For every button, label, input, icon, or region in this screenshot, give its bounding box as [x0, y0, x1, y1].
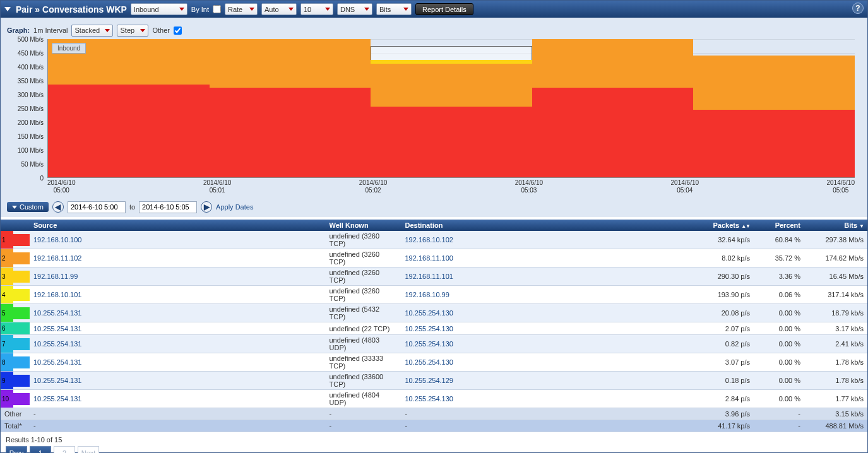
col-destination[interactable]: Destination: [401, 220, 698, 231]
color-swatch: [13, 353, 30, 372]
cell-destination[interactable]: 192.168.11.100: [401, 249, 698, 268]
count-select[interactable]: 10: [300, 3, 333, 15]
cell-wellknown: undefined (4804 UDP): [326, 390, 401, 408]
cell-source[interactable]: 192.168.11.102: [30, 249, 326, 268]
chevron-down-icon: [12, 206, 17, 209]
pager-next-button[interactable]: Next: [78, 446, 99, 453]
cell-source[interactable]: 192.168.10.100: [30, 231, 326, 249]
row-index: 7: [1, 335, 13, 353]
cell-wellknown: undefined (33333 TCP): [326, 353, 401, 372]
other-checkbox[interactable]: [174, 26, 182, 35]
cell-source[interactable]: 10.255.254.131: [30, 372, 326, 390]
table-row[interactable]: 2192.168.11.102undefined (3260 TCP)192.1…: [1, 249, 867, 268]
prev-range-button[interactable]: ◀: [52, 201, 64, 213]
table-row[interactable]: 4192.168.10.101undefined (3260 TCP)192.1…: [1, 286, 867, 304]
table-row[interactable]: 610.255.254.131undefined (22 TCP)10.255.…: [1, 322, 867, 335]
cell-destination[interactable]: 192.168.11.101: [401, 268, 698, 286]
cell-destination[interactable]: 192.168.10.99: [401, 286, 698, 304]
cell-wellknown: undefined (22 TCP): [326, 322, 401, 335]
cell-packets: 0.82 p/s: [697, 335, 754, 353]
color-swatch: [13, 249, 30, 268]
cell-bits: 18.79 kb/s: [804, 304, 867, 322]
row-index: 2: [1, 249, 13, 268]
custom-range-button[interactable]: Custom: [7, 202, 49, 212]
x-tick: 2014/6/1005:03: [515, 179, 544, 194]
y-tick: 0: [40, 175, 44, 182]
units-select[interactable]: Bits: [376, 3, 412, 15]
cell-packets: 8.02 kp/s: [697, 249, 754, 268]
cell-wellknown: undefined (33600 TCP): [326, 372, 401, 390]
cell-source[interactable]: 10.255.254.131: [30, 322, 326, 335]
cell-wellknown: undefined (3260 TCP): [326, 249, 401, 268]
to-date-input[interactable]: [139, 201, 197, 213]
cell-percent: 0.00 %: [754, 304, 804, 322]
cell-packets: 20.08 p/s: [697, 304, 754, 322]
col-source[interactable]: Source: [30, 220, 326, 231]
y-tick: 100 Mb/s: [18, 147, 44, 154]
color-swatch: [13, 231, 30, 249]
x-tick: 2014/6/1005:05: [826, 179, 855, 194]
cell-destination[interactable]: 10.255.254.130: [401, 335, 698, 353]
sort-icon: ▼: [859, 223, 864, 229]
cell-source[interactable]: 192.168.10.101: [30, 286, 326, 304]
col-packets[interactable]: Packets ▲▼: [697, 220, 754, 231]
table-row[interactable]: 1192.168.10.100undefined (3260 TCP)192.1…: [1, 231, 867, 249]
table-row[interactable]: 3192.168.11.99undefined (3260 TCP)192.16…: [1, 268, 867, 286]
col-bits[interactable]: Bits ▼: [804, 220, 867, 231]
from-date-input[interactable]: [68, 201, 126, 213]
cell-wellknown: undefined (3260 TCP): [326, 231, 401, 249]
pager-page-1[interactable]: 1: [30, 446, 51, 453]
cell-destination[interactable]: 10.255.254.130: [401, 322, 698, 335]
cell-destination[interactable]: 10.255.254.130: [401, 390, 698, 408]
cell-wellknown: undefined (5432 TCP): [326, 304, 401, 322]
rate-select[interactable]: Rate: [225, 3, 258, 15]
y-tick: 350 Mb/s: [18, 78, 44, 85]
cell-destination[interactable]: 10.255.254.130: [401, 353, 698, 372]
col-percent[interactable]: Percent: [754, 220, 804, 231]
col-wellknown[interactable]: Well Known: [326, 220, 401, 231]
help-icon[interactable]: ?: [852, 3, 864, 14]
auto-select[interactable]: Auto: [261, 3, 297, 15]
pager-prev-button[interactable]: Prev: [6, 446, 27, 453]
graph-label: Graph:: [7, 26, 30, 34]
cell-source[interactable]: 10.255.254.131: [30, 390, 326, 408]
next-range-button[interactable]: ▶: [201, 201, 212, 213]
table-row[interactable]: 710.255.254.131undefined (4803 UDP)10.25…: [1, 335, 867, 353]
collapse-icon[interactable]: [4, 7, 11, 11]
results-table: Source Well Known Destination Packets ▲▼…: [1, 220, 867, 432]
step-select[interactable]: Step: [117, 25, 148, 37]
cell-destination[interactable]: 10.255.254.130: [401, 304, 698, 322]
cell-bits: 317.14 kb/s: [804, 286, 867, 304]
cell-destination[interactable]: 192.168.10.102: [401, 231, 698, 249]
cell-source[interactable]: 10.255.254.131: [30, 353, 326, 372]
color-swatch: [13, 268, 30, 286]
cell-source[interactable]: 10.255.254.131: [30, 335, 326, 353]
graph-interval: 1m Interval: [33, 26, 68, 34]
table-row[interactable]: 510.255.254.131undefined (5432 TCP)10.25…: [1, 304, 867, 322]
table-row[interactable]: 910.255.254.131undefined (33600 TCP)10.2…: [1, 372, 867, 390]
y-tick: 500 Mb/s: [18, 36, 44, 43]
col-color[interactable]: [1, 220, 30, 231]
cell-destination[interactable]: 10.255.254.129: [401, 372, 698, 390]
cell-source[interactable]: 192.168.11.99: [30, 268, 326, 286]
cell-source[interactable]: 10.255.254.131: [30, 304, 326, 322]
apply-dates-link[interactable]: Apply Dates: [216, 203, 253, 211]
cell-packets: 2.84 p/s: [697, 390, 754, 408]
direction-select[interactable]: Inbound: [131, 3, 187, 15]
dns-select[interactable]: DNS: [337, 3, 372, 15]
by-int-checkbox[interactable]: [213, 5, 221, 13]
color-swatch: [13, 322, 30, 335]
pager-page-2[interactable]: 2: [54, 446, 75, 453]
table-row[interactable]: 810.255.254.131undefined (33333 TCP)10.2…: [1, 353, 867, 372]
table-row[interactable]: 1010.255.254.131undefined (4804 UDP)10.2…: [1, 390, 867, 408]
color-swatch: [13, 335, 30, 353]
x-tick: 2014/6/1005:02: [359, 179, 388, 194]
cell-percent: 60.84 %: [754, 231, 804, 249]
report-details-button[interactable]: Report Details: [415, 3, 473, 15]
row-index: 5: [1, 304, 13, 322]
color-swatch: [13, 304, 30, 322]
cell-packets: 0.18 p/s: [697, 372, 754, 390]
cell-packets: 2.07 p/s: [697, 322, 754, 335]
row-index: 6: [1, 322, 13, 335]
stack-select[interactable]: Stacked: [71, 25, 113, 37]
